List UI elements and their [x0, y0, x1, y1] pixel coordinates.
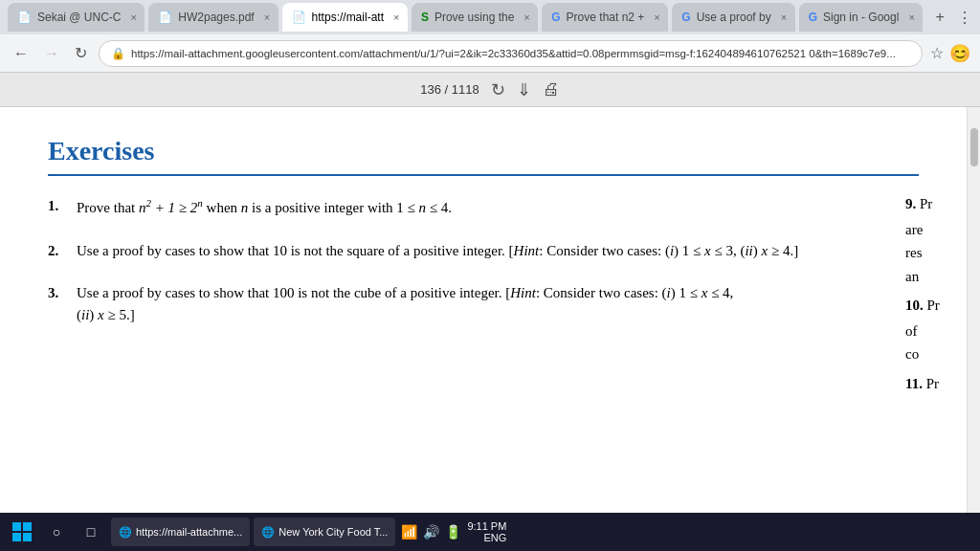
exercise-item-1: 1. Prove that n2 + 1 ≥ 2n when n is a po… [48, 195, 919, 219]
taskbar-task-view-icon[interactable]: □ [77, 518, 105, 546]
tab-icon-mailatt: 📄 [292, 11, 306, 24]
right-text-9c: res [905, 242, 953, 264]
exercise-item-3: 3. Use a proof by cases to show that 100… [48, 282, 919, 325]
tab-close-signin[interactable]: × [908, 11, 914, 23]
tab-close-mailatt[interactable]: × [393, 11, 399, 23]
svg-rect-1 [23, 522, 32, 531]
forward-button[interactable]: → [40, 43, 63, 64]
tab-icon-prove-using: S [421, 11, 429, 24]
browser-window: 📄 Sekai @ UNC-C × 📄 HW2pages.pdf × 📄 htt… [0, 0, 980, 551]
right-item9-label: 9. Pr [905, 193, 953, 215]
tab-close-hw2[interactable]: × [264, 11, 270, 23]
pdf-page: Exercises 1. Prove that n2 + 1 ≥ 2n when… [0, 107, 967, 513]
exercise-text-2: Use a proof by cases to show that 10 is … [77, 240, 919, 262]
tab-icon-sekai: 📄 [17, 11, 32, 24]
exercise-text-1: Prove that n2 + 1 ≥ 2n when n is a posit… [77, 195, 919, 219]
browser-menu-icon[interactable]: ⋮ [957, 9, 972, 27]
taskbar: ○ □ 🌐 https://mail-attachme... 🌐 New Yor… [0, 513, 980, 551]
pdf-download-button[interactable]: ⇓ [517, 79, 531, 100]
tab-label-sekai: Sekai @ UNC-C [37, 11, 122, 24]
tab-close-proof-by[interactable]: × [781, 11, 787, 23]
tab-close-prove-n2[interactable]: × [654, 11, 659, 23]
tab-mailatt[interactable]: 📄 https://mail-att × [282, 3, 408, 32]
pdf-scrollbar-thumb[interactable] [970, 128, 978, 166]
right-text-9b: are [905, 219, 953, 241]
taskbar-search-icon[interactable]: ○ [42, 518, 71, 546]
tray-volume-icon: 🔊 [423, 524, 439, 540]
pdf-page-info: 136 / 1118 [420, 82, 479, 97]
start-button[interactable] [8, 518, 36, 546]
tab-signin[interactable]: G Sign in - Googl × [799, 3, 924, 32]
tab-label-signin: Sign in - Googl [823, 11, 899, 24]
taskbar-app-nycfood[interactable]: 🌐 New York City Food T... [254, 518, 395, 546]
profile-button[interactable]: 😊 [949, 43, 970, 64]
url-text: https://mail-attachment.googleuserconten… [131, 48, 896, 59]
tab-label-proof-by: Use a proof by [697, 11, 771, 24]
svg-rect-2 [12, 533, 21, 541]
clock-time: 9:11 PM [467, 520, 506, 532]
toolbar-actions: ☆ 😊 [930, 43, 970, 64]
tab-label-prove-using: Prove using the [434, 11, 514, 24]
pdf-toolbar: 136 / 1118 ↻ ⇓ 🖨 [0, 73, 980, 107]
tab-prove-n2[interactable]: G Prove that n2 + × [542, 3, 668, 32]
windows-logo-icon [12, 522, 32, 541]
exercise-text-3: Use a proof by cases to show that 100 is… [77, 282, 919, 325]
tab-close-prove-using[interactable]: × [523, 11, 529, 23]
tab-label-hw2: HW2pages.pdf [178, 11, 254, 24]
math-expr-1: n2 + 1 ≥ 2n [139, 200, 203, 215]
tray-network-icon: 📶 [401, 524, 417, 540]
right-column-partial: 9. Pr are res an 10. Pr of co 11. Pr [905, 193, 953, 394]
reload-button[interactable]: ↻ [71, 42, 91, 64]
tab-prove-using[interactable]: S Prove using the × [412, 3, 538, 32]
right-num-10: 10. [905, 298, 924, 313]
taskbar-app-label-nycfood: New York City Food T... [278, 526, 388, 538]
tab-hw2[interactable]: 📄 HW2pages.pdf × [148, 3, 278, 32]
tab-close-sekai[interactable]: × [131, 11, 137, 23]
tab-label-mailatt: https://mail-att [312, 11, 384, 24]
title-bar: 📄 Sekai @ UNC-C × 📄 HW2pages.pdf × 📄 htt… [0, 0, 980, 34]
svg-rect-0 [12, 522, 21, 531]
lock-icon: 🔒 [111, 47, 125, 60]
url-bar[interactable]: 🔒 https://mail-attachment.googleusercont… [99, 40, 923, 67]
tray-battery-icon: 🔋 [445, 524, 461, 540]
taskbar-open-apps: 🌐 https://mail-attachme... 🌐 New York Ci… [111, 518, 395, 546]
taskbar-app-label-mailattach: https://mail-attachme... [136, 526, 242, 538]
svg-rect-3 [23, 533, 32, 541]
right-num-9: 9. [905, 196, 916, 211]
exercise-list: 1. Prove that n2 + 1 ≥ 2n when n is a po… [48, 195, 919, 325]
address-bar: ← → ↻ 🔒 https://mail-attachment.googleus… [0, 34, 980, 73]
taskbar-app-mailattach[interactable]: 🌐 https://mail-attachme... [111, 518, 250, 546]
right-text-10c: co [905, 343, 953, 365]
right-item10-label: 10. Pr [905, 295, 953, 317]
window-controls: ⋮ [957, 9, 972, 27]
taskbar-time[interactable]: 9:11 PM ENG [467, 520, 506, 543]
tab-proof-by[interactable]: G Use a proof by × [672, 3, 794, 32]
tab-icon-signin: G [809, 11, 817, 24]
right-item11-label: 11. Pr [905, 373, 953, 395]
new-tab-button[interactable]: + [926, 4, 953, 31]
tab-icon-proof-by: G [681, 11, 690, 24]
tab-icon-hw2: 📄 [158, 11, 172, 24]
exercise-item-2: 2. Use a proof by cases to show that 10 … [48, 240, 919, 262]
exercise-num-2: 2. [48, 240, 77, 262]
back-button[interactable]: ← [10, 43, 33, 64]
bookmark-button[interactable]: ☆ [930, 44, 944, 62]
right-text-11a: Pr [926, 376, 939, 391]
tab-sekai[interactable]: 📄 Sekai @ UNC-C × [8, 3, 145, 32]
pdf-print-button[interactable]: 🖨 [543, 79, 560, 99]
right-num-11: 11. [905, 376, 923, 391]
tab-label-prove-n2: Prove that n2 + [567, 11, 645, 24]
right-text-9d: an [905, 266, 953, 288]
exercise-num-3: 3. [48, 282, 77, 325]
taskbar-app-icon-mailattach: 🌐 [119, 526, 132, 539]
pdf-refresh-button[interactable]: ↻ [491, 79, 505, 100]
right-text-9a: Pr [920, 196, 932, 211]
clock-lang: ENG [467, 532, 506, 543]
right-text-10a: Pr [927, 298, 940, 313]
pdf-content-wrapper: Exercises 1. Prove that n2 + 1 ≥ 2n when… [0, 107, 980, 513]
pdf-scrollbar[interactable] [967, 107, 980, 513]
taskbar-app-icon-nycfood: 🌐 [261, 526, 275, 539]
exercises-heading: Exercises [48, 136, 919, 166]
exercises-divider [48, 174, 919, 176]
system-tray: 📶 🔊 🔋 9:11 PM ENG [401, 520, 506, 543]
